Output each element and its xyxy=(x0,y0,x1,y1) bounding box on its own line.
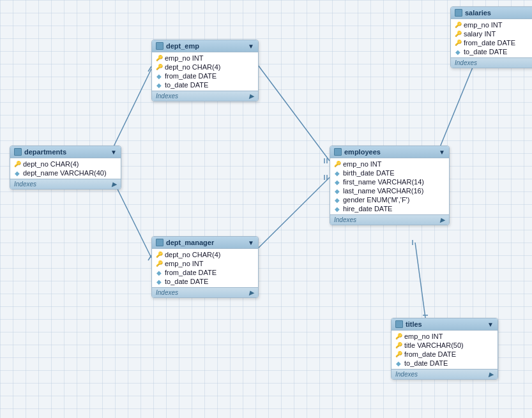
table-header-dept-emp[interactable]: dept_emp ▼ xyxy=(152,40,258,52)
indexes-arrow[interactable]: ▶ xyxy=(249,93,254,100)
key-icon: ◆ xyxy=(395,360,402,366)
table-header-salaries[interactable]: salaries ▼ xyxy=(451,7,532,19)
field-name: title VARCHAR(50) xyxy=(404,341,464,349)
table-indexes-departments[interactable]: Indexes ▶ xyxy=(10,179,121,189)
table-row: 🔑 from_date DATE xyxy=(451,38,532,47)
field-name: from_date DATE xyxy=(165,269,217,276)
indexes-label: Indexes xyxy=(14,181,36,188)
table-body-dept-emp: 🔑 emp_no INT 🔑 dept_no CHAR(4) ◆ from_da… xyxy=(152,52,258,91)
table-row: 🔑 emp_no INT xyxy=(391,332,498,341)
key-icon: ◆ xyxy=(334,205,340,212)
table-indexes-titles[interactable]: Indexes ▶ xyxy=(391,369,498,379)
table-title-employees: employees xyxy=(344,148,381,156)
field-name: emp_no INT xyxy=(464,21,503,29)
table-body-salaries: 🔑 emp_no INT 🔑 salary INT 🔑 from_date DA… xyxy=(451,19,532,57)
table-titles: titles ▼ 🔑 emp_no INT 🔑 title VARCHAR(50… xyxy=(391,318,498,380)
table-icon-employees xyxy=(334,148,342,156)
table-body-employees: 🔑 emp_no INT ◆ birth_date DATE ◆ first_n… xyxy=(330,158,449,214)
field-name: hire_date DATE xyxy=(343,205,392,213)
table-departments: departments ▼ 🔑 dept_no CHAR(4) ◆ dept_n… xyxy=(10,146,121,190)
dropdown-arrow-titles[interactable]: ▼ xyxy=(487,321,494,328)
indexes-label: Indexes xyxy=(334,216,356,223)
field-name: birth_date DATE xyxy=(343,169,395,177)
table-icon-titles xyxy=(395,320,403,328)
key-icon: 🔑 xyxy=(455,22,461,28)
table-row: ◆ first_name VARCHAR(14) xyxy=(330,177,449,186)
table-body-titles: 🔑 emp_no INT 🔑 title VARCHAR(50) 🔑 from_… xyxy=(391,331,498,369)
table-row: ◆ to_date DATE xyxy=(391,359,498,368)
table-row: 🔑 dept_no CHAR(4) xyxy=(10,160,121,168)
table-indexes-dept-manager[interactable]: Indexes ▶ xyxy=(152,287,258,297)
table-title-salaries: salaries xyxy=(465,9,491,17)
key-icon: ◆ xyxy=(455,49,461,55)
field-name: last_name VARCHAR(16) xyxy=(343,187,423,195)
table-row: 🔑 dept_no CHAR(4) xyxy=(152,250,258,259)
table-dept-emp: dept_emp ▼ 🔑 emp_no INT 🔑 dept_no CHAR(4… xyxy=(151,40,259,101)
table-row: ◆ hire_date DATE xyxy=(330,204,449,213)
field-name: emp_no INT xyxy=(165,260,204,267)
field-name: salary INT xyxy=(464,30,496,38)
key-icon: ◆ xyxy=(156,73,162,79)
field-name: to_date DATE xyxy=(165,278,208,285)
table-row: ◆ to_date DATE xyxy=(451,47,532,56)
table-row: ◆ last_name VARCHAR(16) xyxy=(330,186,449,195)
key-icon: ◆ xyxy=(156,278,162,285)
field-name: to_date DATE xyxy=(464,48,507,56)
table-icon-dept-emp xyxy=(156,42,163,50)
indexes-arrow[interactable]: ▶ xyxy=(249,289,254,296)
indexes-label: Indexes xyxy=(395,371,418,378)
table-row: 🔑 emp_no INT xyxy=(152,259,258,268)
field-name: gender ENUM('M','F') xyxy=(343,196,409,204)
field-name: first_name VARCHAR(14) xyxy=(343,178,424,186)
key-icon: 🔑 xyxy=(14,161,20,167)
table-salaries: salaries ▼ 🔑 emp_no INT 🔑 salary INT 🔑 f… xyxy=(450,6,532,68)
table-header-titles[interactable]: titles ▼ xyxy=(391,318,498,331)
svg-line-24 xyxy=(415,243,425,318)
table-row: ◆ to_date DATE xyxy=(152,80,258,89)
dropdown-arrow-dept-emp[interactable]: ▼ xyxy=(248,43,254,50)
key-icon: ◆ xyxy=(156,269,162,276)
field-name: dept_name VARCHAR(40) xyxy=(23,169,107,177)
table-indexes-salaries[interactable]: Indexes ▶ xyxy=(451,57,532,68)
key-icon: ◆ xyxy=(156,82,162,88)
key-icon: 🔑 xyxy=(156,64,162,70)
indexes-arrow[interactable]: ▶ xyxy=(440,216,445,223)
field-name: from_date DATE xyxy=(165,72,217,80)
table-header-dept-manager[interactable]: dept_manager ▼ xyxy=(152,237,258,249)
table-icon-departments xyxy=(14,148,22,156)
key-icon: 🔑 xyxy=(455,40,461,46)
table-row: 🔑 from_date DATE xyxy=(391,350,498,359)
table-row: ◆ gender ENUM('M','F') xyxy=(330,195,449,204)
table-title-titles: titles xyxy=(406,320,422,328)
svg-line-10 xyxy=(252,57,330,161)
key-icon: 🔑 xyxy=(156,55,162,61)
table-body-departments: 🔑 dept_no CHAR(4) ◆ dept_name VARCHAR(40… xyxy=(10,158,121,179)
field-name: emp_no INT xyxy=(165,54,204,62)
field-name: emp_no INT xyxy=(404,332,443,340)
indexes-label: Indexes xyxy=(156,289,178,296)
indexes-arrow[interactable]: ▶ xyxy=(112,181,117,188)
indexes-label: Indexes xyxy=(455,59,477,66)
key-icon: 🔑 xyxy=(395,333,402,340)
dropdown-arrow-dept-manager[interactable]: ▼ xyxy=(248,239,254,246)
key-icon: ◆ xyxy=(334,179,340,185)
table-header-employees[interactable]: employees ▼ xyxy=(330,146,449,158)
key-icon: ◆ xyxy=(14,170,20,176)
table-indexes-employees[interactable]: Indexes ▶ xyxy=(330,214,449,225)
key-icon: 🔑 xyxy=(395,342,402,348)
table-employees: employees ▼ 🔑 emp_no INT ◆ birth_date DA… xyxy=(330,146,450,225)
key-icon: 🔑 xyxy=(156,251,162,258)
table-row: ◆ from_date DATE xyxy=(152,71,258,80)
field-name: emp_no INT xyxy=(343,160,382,168)
table-row: 🔑 dept_no CHAR(4) xyxy=(152,63,258,71)
field-name: dept_no CHAR(4) xyxy=(165,63,220,71)
key-icon: ◆ xyxy=(334,197,340,203)
field-name: dept_no CHAR(4) xyxy=(165,251,220,258)
dropdown-arrow-employees[interactable]: ▼ xyxy=(439,149,445,156)
key-icon: ◆ xyxy=(334,188,340,194)
dropdown-arrow-departments[interactable]: ▼ xyxy=(110,149,117,156)
table-indexes-dept-emp[interactable]: Indexes ▶ xyxy=(152,91,258,101)
table-icon-salaries xyxy=(455,9,462,17)
indexes-arrow[interactable]: ▶ xyxy=(489,371,494,378)
table-header-departments[interactable]: departments ▼ xyxy=(10,146,121,158)
